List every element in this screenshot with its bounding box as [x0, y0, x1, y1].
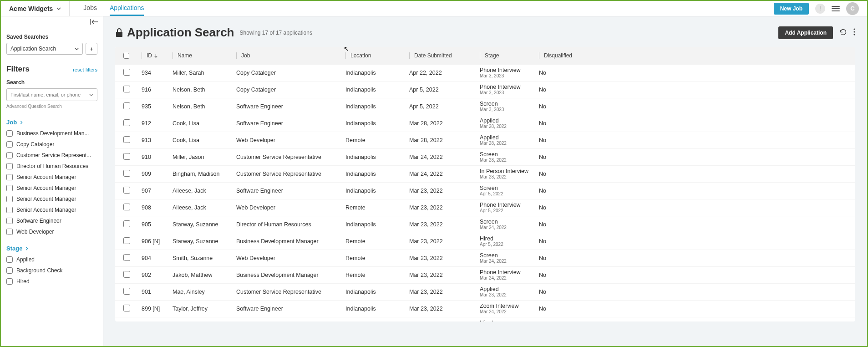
- row-checkbox[interactable]: [123, 119, 130, 126]
- advanced-search-link[interactable]: Advanced Question Search: [6, 104, 97, 109]
- table-row[interactable]: 912Cook, LisaSoftware EngineerIndianapol…: [115, 115, 855, 132]
- job-filter-item[interactable]: Senior Account Manager: [6, 174, 97, 180]
- filter-checkbox[interactable]: [6, 267, 13, 274]
- nav-applications[interactable]: Applications: [110, 1, 144, 16]
- cell-name: Alleese, Jack: [173, 204, 236, 211]
- row-checkbox[interactable]: [123, 288, 130, 295]
- cell-location: Indianapolis: [345, 306, 409, 312]
- org-name: Acme Widgets: [9, 5, 53, 12]
- row-checkbox[interactable]: [123, 237, 130, 244]
- table-row[interactable]: 907Alleese, JackSoftware EngineerIndiana…: [115, 182, 855, 199]
- filter-checkbox[interactable]: [6, 207, 13, 213]
- table-row[interactable]: 916Nelson, BethCopy CatalogerIndianapoli…: [115, 81, 855, 98]
- row-checkbox[interactable]: [123, 204, 130, 210]
- row-checkbox[interactable]: [123, 187, 130, 194]
- select-all-checkbox[interactable]: [123, 53, 129, 59]
- table-row[interactable]: 906 [N]Starway, SuzanneBusiness Developm…: [115, 233, 855, 250]
- reset-filters-link[interactable]: reset filters: [73, 67, 97, 72]
- filter-checkbox[interactable]: [6, 130, 13, 137]
- row-checkbox[interactable]: [123, 254, 130, 261]
- row-checkbox[interactable]: [123, 170, 130, 177]
- col-disqualified[interactable]: Disqualified: [539, 52, 594, 59]
- job-filter-item[interactable]: Business Development Man...: [6, 130, 97, 137]
- job-filter-item[interactable]: Senior Account Manager: [6, 207, 97, 213]
- cell-location: Remote: [345, 137, 409, 143]
- table-row[interactable]: 905Starway, SuzanneDirector of Human Res…: [115, 216, 855, 233]
- cell-name: Mae, Ainsley: [173, 289, 236, 295]
- collapse-sidebar-icon[interactable]: [90, 19, 98, 26]
- filter-label: Web Developer: [16, 229, 54, 235]
- filter-label: Business Development Man...: [16, 130, 89, 137]
- filter-checkbox[interactable]: [6, 174, 13, 180]
- cell-job: Copy Cataloger: [236, 87, 345, 93]
- add-saved-search-button[interactable]: +: [86, 43, 97, 55]
- search-input-wrapper[interactable]: [6, 88, 97, 101]
- filter-section-stage[interactable]: Stage: [6, 245, 97, 252]
- col-date[interactable]: Date Submitted: [409, 52, 480, 59]
- job-filter-item[interactable]: Customer Service Represent...: [6, 152, 97, 158]
- filter-checkbox[interactable]: [6, 278, 13, 285]
- menu-icon[interactable]: [832, 6, 840, 11]
- row-checkbox[interactable]: [123, 69, 130, 76]
- nav-jobs[interactable]: Jobs: [83, 1, 97, 16]
- row-checkbox[interactable]: [123, 220, 130, 227]
- row-checkbox[interactable]: [123, 86, 130, 92]
- avatar[interactable]: C: [846, 2, 859, 15]
- cell-job: Web Developer: [236, 204, 345, 211]
- stage-filter-item[interactable]: Hired: [6, 278, 97, 285]
- cell-date: Mar 28, 2022: [409, 137, 480, 143]
- row-checkbox[interactable]: [123, 102, 130, 109]
- col-job[interactable]: Job: [236, 52, 345, 59]
- table-row[interactable]: 902Jakob, MatthewBusiness Development Ma…: [115, 266, 855, 283]
- saved-searches-label: Saved Searches: [6, 34, 97, 40]
- table-row[interactable]: 935Nelson, BethSoftware EngineerIndianap…: [115, 98, 855, 115]
- filter-checkbox[interactable]: [6, 163, 13, 169]
- col-stage[interactable]: Stage: [480, 52, 539, 59]
- more-icon[interactable]: [853, 28, 855, 37]
- col-name[interactable]: Name: [173, 52, 236, 59]
- row-checkbox[interactable]: [123, 305, 130, 311]
- job-filter-item[interactable]: Software Engineer: [6, 218, 97, 224]
- job-filter-item[interactable]: Web Developer: [6, 229, 97, 235]
- filter-checkbox[interactable]: [6, 152, 13, 158]
- row-checkbox[interactable]: [123, 153, 130, 160]
- table-row[interactable]: 934Miller, SarahCopy CatalogerIndianapol…: [115, 64, 855, 81]
- saved-search-select[interactable]: Application Search: [6, 43, 83, 55]
- job-filter-item[interactable]: Director of Human Resources: [6, 163, 97, 169]
- job-filter-item[interactable]: Copy Cataloger: [6, 141, 97, 148]
- cell-date: Apr 5, 2022: [409, 103, 480, 110]
- table-row[interactable]: 910Miller, JasonCustomer Service Represe…: [115, 148, 855, 165]
- table-row[interactable]: 908Alleese, JackWeb DeveloperRemoteMar 2…: [115, 199, 855, 216]
- job-filter-item[interactable]: Senior Account Manager: [6, 196, 97, 202]
- job-filter-item[interactable]: Senior Account Manager: [6, 185, 97, 191]
- alerts-icon[interactable]: !: [815, 4, 825, 14]
- table-row[interactable]: 901Mae, AinsleyCustomer Service Represen…: [115, 283, 855, 300]
- new-job-button[interactable]: New Job: [774, 3, 809, 15]
- filter-checkbox[interactable]: [6, 229, 13, 235]
- filter-checkbox[interactable]: [6, 256, 13, 263]
- table-row[interactable]: 913Cook, LisaWeb DeveloperRemoteMar 28, …: [115, 132, 855, 148]
- cell-name: Miller, Sarah: [173, 70, 236, 76]
- row-checkbox[interactable]: [123, 136, 130, 143]
- col-location[interactable]: Location: [345, 52, 409, 59]
- search-input[interactable]: [10, 92, 89, 97]
- cell-id: 913: [142, 137, 173, 143]
- refresh-icon[interactable]: [839, 28, 847, 37]
- table-row[interactable]: 900 [N]Taylor, JeffreyWeb DeveloperRemot…: [115, 317, 855, 321]
- filter-checkbox[interactable]: [6, 185, 13, 191]
- stage-filter-item[interactable]: Background Check: [6, 267, 97, 274]
- filter-checkbox[interactable]: [6, 141, 13, 148]
- filter-checkbox[interactable]: [6, 196, 13, 202]
- add-application-button[interactable]: Add Application: [778, 26, 833, 39]
- col-id[interactable]: ID: [142, 52, 173, 59]
- cell-job: Web Developer: [236, 137, 345, 143]
- filter-checkbox[interactable]: [6, 218, 13, 224]
- table-row[interactable]: 899 [N]Taylor, JeffreySoftware EngineerI…: [115, 300, 855, 317]
- stage-filter-item[interactable]: Applied: [6, 256, 97, 263]
- table-row[interactable]: 909Bingham, MadisonCustomer Service Repr…: [115, 165, 855, 182]
- filter-section-job[interactable]: Job: [6, 119, 97, 126]
- cell-name: Cook, Lisa: [173, 120, 236, 127]
- table-row[interactable]: 904Smith, SuzanneWeb DeveloperRemoteMar …: [115, 250, 855, 266]
- org-switcher[interactable]: Acme Widgets: [1, 1, 70, 16]
- row-checkbox[interactable]: [123, 271, 130, 278]
